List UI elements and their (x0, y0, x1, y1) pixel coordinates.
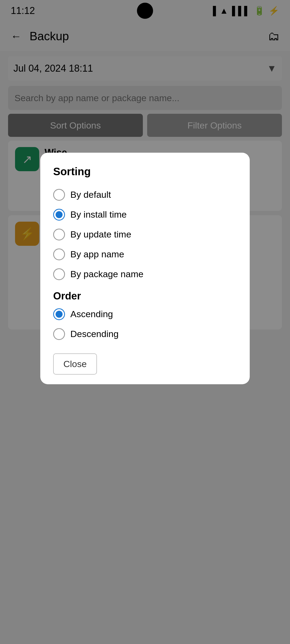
sort-radio-install-time (53, 209, 65, 221)
sort-label-package-name: By package name (70, 269, 143, 279)
sort-option-update-time[interactable]: By update time (53, 226, 237, 243)
order-radio-group: Ascending Descending (53, 306, 237, 343)
order-label-ascending: Ascending (70, 309, 113, 319)
dialog-close-button[interactable]: Close (53, 353, 97, 375)
sort-label-app-name: By app name (70, 249, 124, 259)
sort-radio-app-name (53, 248, 65, 260)
sort-radio-default (53, 189, 65, 201)
order-option-descending[interactable]: Descending (53, 325, 237, 343)
dialog-title: Sorting (53, 166, 237, 178)
sort-option-default[interactable]: By default (53, 186, 237, 203)
order-label-descending: Descending (70, 329, 119, 339)
sort-dialog: Sorting By default By install time By up… (40, 153, 250, 384)
order-section-title: Order (53, 290, 237, 302)
sort-radio-group: By default By install time By update tim… (53, 186, 237, 283)
sort-option-package-name[interactable]: By package name (53, 266, 237, 283)
order-radio-descending (53, 328, 65, 340)
order-radio-ascending (53, 308, 65, 320)
dialog-overlay: Sorting By default By install time By up… (0, 0, 290, 644)
sort-option-install-time[interactable]: By install time (53, 206, 237, 223)
sort-radio-update-time (53, 229, 65, 240)
order-option-ascending[interactable]: Ascending (53, 306, 237, 323)
sort-label-update-time: By update time (70, 229, 131, 240)
sort-radio-package-name (53, 268, 65, 280)
sort-option-app-name[interactable]: By app name (53, 246, 237, 263)
sort-label-install-time: By install time (70, 209, 127, 220)
sort-label-default: By default (70, 189, 111, 200)
